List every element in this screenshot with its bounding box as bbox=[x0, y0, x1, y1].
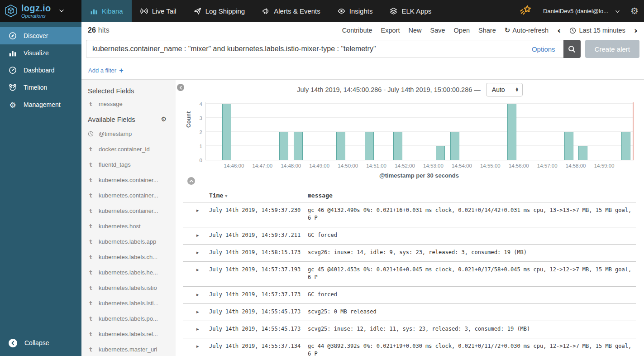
text-field-icon: t bbox=[88, 101, 94, 107]
field-item[interactable]: tkubernetes.container... bbox=[88, 188, 176, 203]
new-link[interactable]: New bbox=[408, 27, 421, 34]
share-link[interactable]: Share bbox=[478, 27, 496, 34]
collapse-chart-button[interactable] bbox=[187, 177, 195, 185]
expand-row-caret-icon[interactable]: ▸ bbox=[183, 325, 209, 333]
shooting-star-icon[interactable] bbox=[520, 5, 531, 17]
expand-row-caret-icon[interactable]: ▸ bbox=[183, 291, 209, 298]
histogram-bar[interactable] bbox=[436, 146, 445, 160]
nav-item-insights[interactable]: Insights bbox=[329, 0, 382, 22]
histogram-bar[interactable] bbox=[393, 132, 402, 160]
histogram-bar[interactable] bbox=[336, 132, 345, 160]
auto-refresh-link[interactable]: ↻Auto-refresh bbox=[505, 26, 549, 34]
sidebar-item-discover[interactable]: Discover bbox=[0, 27, 81, 44]
histogram-bar[interactable] bbox=[578, 146, 587, 160]
message-column-header[interactable]: message bbox=[308, 192, 636, 199]
export-link[interactable]: Export bbox=[381, 27, 400, 34]
fields-settings-gear-icon[interactable]: ⚙ bbox=[161, 115, 167, 123]
text-field-icon: t bbox=[88, 346, 94, 353]
y-tick-label: 0 bbox=[192, 158, 202, 163]
expand-row-caret-icon[interactable]: ▸ bbox=[183, 249, 209, 256]
sidebar-item-visualize[interactable]: Visualize bbox=[0, 44, 81, 62]
text-field-icon: t bbox=[88, 161, 94, 168]
x-tick-label: 14:50:00 bbox=[338, 163, 358, 168]
sidebar-item-label: Visualize bbox=[24, 49, 49, 57]
field-item[interactable]: tdocker.container_id bbox=[88, 141, 176, 157]
content-area: Selected Fields tmessage Available Field… bbox=[81, 80, 644, 356]
chevron-down-icon[interactable] bbox=[58, 8, 65, 14]
open-link[interactable]: Open bbox=[454, 27, 470, 34]
row-message: gc 45 @4012.453s 0%: 0.021+16+0.045 ms c… bbox=[308, 266, 636, 281]
time-forward-button[interactable]: › bbox=[634, 26, 638, 35]
field-item[interactable]: tkubernetes.labels.ch... bbox=[88, 249, 176, 265]
timepicker-button[interactable]: Last 15 minutes bbox=[569, 27, 625, 34]
field-name: kubernetes.container... bbox=[99, 192, 158, 199]
brand[interactable]: logz.io Operations bbox=[0, 0, 81, 22]
sidebar-item-dashboard[interactable]: Dashboard bbox=[0, 62, 81, 79]
collapse-fields-button[interactable] bbox=[177, 84, 184, 91]
plus-icon[interactable]: + bbox=[119, 67, 123, 75]
nav-item-elk-apps[interactable]: ELK Apps bbox=[381, 0, 440, 22]
sidebar-item-management[interactable]: ⚙Management bbox=[0, 96, 81, 113]
field-item[interactable]: tkubernetes.master_url bbox=[88, 342, 176, 356]
sidebar-collapse-button[interactable]: Collapse bbox=[0, 335, 81, 351]
expand-row-caret-icon[interactable]: ▸ bbox=[183, 308, 209, 316]
save-link[interactable]: Save bbox=[430, 27, 445, 34]
nav-item-live-tail[interactable]: Live Tail bbox=[132, 0, 185, 22]
settings-gear-icon[interactable]: ⚙ bbox=[630, 5, 639, 16]
field-item[interactable]: tkubernetes.labels.po... bbox=[88, 311, 176, 326]
text-field-icon: t bbox=[88, 207, 94, 214]
expand-row-caret-icon[interactable]: ▸ bbox=[183, 266, 209, 281]
histogram-bar[interactable] bbox=[294, 132, 303, 160]
text-field-icon: t bbox=[88, 146, 94, 153]
topnav-right: DanielDev5 (daniel@lo... ⚙ bbox=[520, 0, 644, 22]
time-column-header[interactable]: Time▾ bbox=[209, 192, 308, 199]
time-back-button[interactable]: ‹ bbox=[557, 26, 561, 35]
interval-select[interactable]: Auto ▲▼ bbox=[486, 83, 523, 96]
row-message: scvg26: inuse: 14, idle: 9, sys: 23, rel… bbox=[308, 249, 636, 256]
sidebar-item-timelion[interactable]: Timelion bbox=[0, 79, 81, 96]
nav-item-log-shipping[interactable]: Log Shipping bbox=[185, 0, 254, 22]
compass-icon bbox=[9, 32, 17, 40]
field-item[interactable]: tkubernetes.labels.isti... bbox=[88, 295, 176, 311]
text-field-icon: t bbox=[88, 238, 94, 245]
field-item[interactable]: tkubernetes.labels.istio bbox=[88, 280, 176, 295]
histogram-bar[interactable] bbox=[621, 132, 630, 160]
field-item[interactable]: @timestamp bbox=[88, 126, 176, 141]
nav-item-alerts-events[interactable]: Alerts & Events bbox=[253, 0, 329, 22]
histogram-bar[interactable] bbox=[365, 132, 374, 160]
megaphone-icon bbox=[262, 7, 270, 15]
toolbar-actions: ContributeExportNewSaveOpenShare↻Auto-re… bbox=[342, 26, 638, 35]
histogram-bar[interactable] bbox=[222, 104, 231, 160]
expand-row-caret-icon[interactable]: ▸ bbox=[183, 342, 209, 356]
chart-plot-area[interactable]: 01234 bbox=[205, 102, 633, 160]
paper-plane-icon bbox=[194, 7, 201, 15]
field-item[interactable]: tkubernetes.labels.he... bbox=[88, 265, 176, 280]
create-alert-button[interactable]: Create alert bbox=[585, 40, 639, 58]
histogram-bar[interactable] bbox=[564, 132, 573, 160]
contribute-link[interactable]: Contribute bbox=[342, 27, 372, 34]
nav-item-kibana[interactable]: Kibana bbox=[81, 0, 132, 22]
histogram-bar[interactable] bbox=[279, 132, 288, 160]
field-item[interactable]: tkubernetes.labels.rel... bbox=[88, 326, 176, 342]
histogram-bar[interactable] bbox=[450, 132, 459, 160]
search-options-link[interactable]: Options bbox=[524, 45, 563, 53]
add-filter-link[interactable]: Add a filter bbox=[88, 67, 116, 74]
sidebar-item-label: Timelion bbox=[24, 84, 47, 91]
field-item[interactable]: tkubernetes.container... bbox=[88, 172, 176, 188]
search-button[interactable] bbox=[563, 40, 581, 58]
expand-row-caret-icon[interactable]: ▸ bbox=[183, 231, 209, 239]
field-item[interactable]: tkubernetes.labels.app bbox=[88, 234, 176, 249]
user-menu-label[interactable]: DanielDev5 (daniel@lo... bbox=[543, 8, 608, 14]
expand-row-caret-icon[interactable]: ▸ bbox=[183, 207, 209, 222]
field-item[interactable]: tmessage bbox=[88, 97, 176, 111]
nav-item-label: Live Tail bbox=[152, 7, 177, 15]
gauge-icon bbox=[9, 66, 17, 74]
search-input[interactable] bbox=[86, 45, 524, 53]
field-item[interactable]: tkubernetes.host bbox=[88, 218, 176, 234]
field-item[interactable]: tkubernetes.container... bbox=[88, 203, 176, 218]
field-item[interactable]: tfluentd_tags bbox=[88, 157, 176, 172]
row-time: July 14th 2019, 14:55:37.134 bbox=[209, 342, 308, 356]
histogram-bar[interactable] bbox=[507, 104, 516, 160]
discover-toolbar: 26 hits ContributeExportNewSaveOpenShare… bbox=[81, 22, 644, 39]
chevron-down-icon[interactable] bbox=[615, 9, 620, 14]
